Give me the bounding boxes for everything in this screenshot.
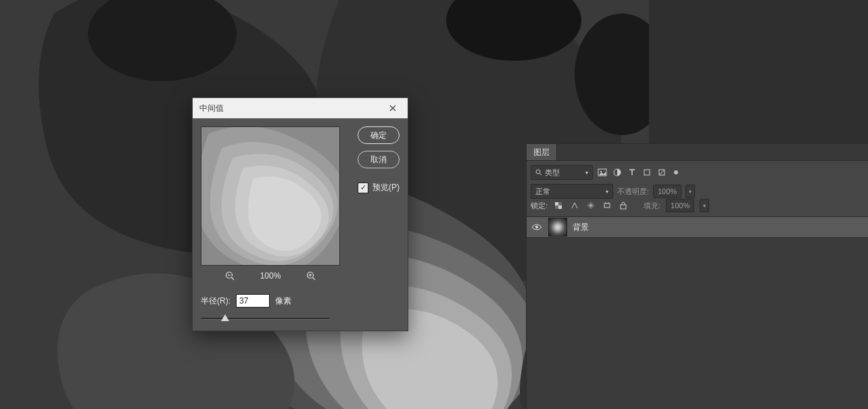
layer-list: 背景 xyxy=(527,217,868,409)
layer-row[interactable]: 背景 xyxy=(527,217,868,238)
opacity-dropdown-icon[interactable]: ▾ xyxy=(685,185,695,198)
svg-rect-22 xyxy=(555,206,558,209)
svg-rect-17 xyxy=(644,170,650,175)
filter-text-icon[interactable] xyxy=(627,167,637,178)
svg-line-7 xyxy=(231,278,234,281)
slider-thumb-icon[interactable] xyxy=(221,314,229,321)
zoom-level: 100% xyxy=(260,271,281,281)
svg-line-11 xyxy=(313,278,316,281)
fill-dropdown-icon[interactable]: ▾ xyxy=(700,199,709,212)
ok-button[interactable]: 确定 xyxy=(358,126,400,144)
radius-slider[interactable] xyxy=(201,314,329,322)
lock-transparency-icon[interactable] xyxy=(553,200,564,211)
visibility-icon[interactable] xyxy=(531,221,543,233)
lock-label: 锁定: xyxy=(531,201,548,211)
cancel-button[interactable]: 取消 xyxy=(358,151,400,168)
radius-input[interactable] xyxy=(236,294,270,308)
svg-rect-19 xyxy=(555,202,558,206)
median-dialog: 中间值 100% 半径(R): xyxy=(192,97,408,331)
search-icon xyxy=(535,169,542,176)
lock-all-icon[interactable] xyxy=(618,200,629,211)
svg-rect-23 xyxy=(604,203,610,208)
svg-rect-20 xyxy=(558,206,562,209)
lock-position-icon[interactable] xyxy=(585,200,596,211)
fill-value[interactable]: 100% xyxy=(666,199,694,212)
opacity-value[interactable]: 100% xyxy=(653,185,681,198)
svg-point-15 xyxy=(600,171,602,172)
filter-adjustment-icon[interactable] xyxy=(612,167,623,178)
layer-thumbnail[interactable] xyxy=(548,218,567,237)
filter-shape-icon[interactable] xyxy=(642,167,652,178)
filter-toggle-icon[interactable] xyxy=(674,170,678,174)
dialog-title: 中间值 xyxy=(199,103,224,114)
svg-point-12 xyxy=(536,170,540,174)
layer-filter-select[interactable]: 类型 ▾ xyxy=(531,165,593,180)
preview-checkbox-label: 预览(P) xyxy=(372,182,400,193)
filter-preview[interactable] xyxy=(201,126,340,266)
svg-line-13 xyxy=(540,174,542,176)
layers-panel: 图层 类型 ▾ 正常 ▾ 不透明度: 100% xyxy=(526,143,868,409)
svg-rect-26 xyxy=(621,205,626,209)
zoom-in-icon[interactable] xyxy=(305,270,317,282)
svg-point-27 xyxy=(535,226,538,228)
chevron-down-icon: ▾ xyxy=(585,170,588,176)
dialog-titlebar[interactable]: 中间值 xyxy=(193,98,408,118)
close-icon[interactable] xyxy=(385,100,401,116)
chevron-down-icon: ▾ xyxy=(606,189,608,195)
blend-mode-select[interactable]: 正常 ▾ xyxy=(531,184,613,199)
radius-unit: 像素 xyxy=(275,295,291,307)
fill-label: 填充: xyxy=(644,201,660,211)
svg-rect-21 xyxy=(558,202,562,206)
lock-artboard-icon[interactable] xyxy=(602,200,612,211)
lock-pixels-icon[interactable] xyxy=(569,200,580,211)
preview-checkbox[interactable]: ✓ xyxy=(358,183,368,193)
radius-label: 半径(R): xyxy=(201,295,231,307)
layer-name[interactable]: 背景 xyxy=(573,222,589,233)
filter-image-icon[interactable] xyxy=(597,167,608,178)
tab-layers[interactable]: 图层 xyxy=(527,144,557,160)
opacity-label: 不透明度: xyxy=(617,187,649,197)
filter-smartobject-icon[interactable] xyxy=(656,167,667,178)
zoom-out-icon[interactable] xyxy=(224,270,236,282)
